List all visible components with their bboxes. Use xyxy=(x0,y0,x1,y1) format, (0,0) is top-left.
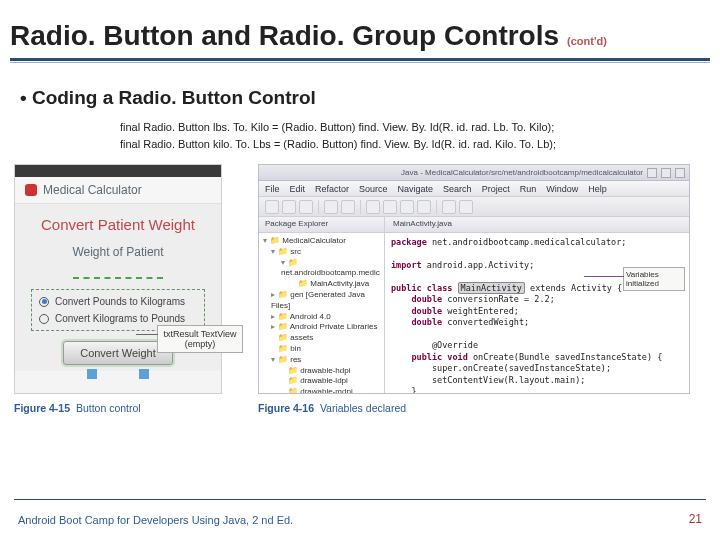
weight-input[interactable] xyxy=(73,265,163,279)
toolbar-separator xyxy=(360,200,361,214)
page-number: 21 xyxy=(689,512,702,526)
menu-edit[interactable]: Edit xyxy=(290,184,306,194)
slide-title: Radio. Button and Radio. Group Controls xyxy=(10,20,559,52)
radio-lbs-kilo[interactable]: Convert Pounds to Kilograms xyxy=(35,293,201,310)
toolbar-separator xyxy=(318,200,319,214)
tree-item[interactable]: ▾📁 res xyxy=(263,355,380,366)
menu-run[interactable]: Run xyxy=(520,184,537,194)
selection-handles xyxy=(87,369,149,379)
editor-pane: MainActivity.java package net.androidboo… xyxy=(385,217,689,393)
tree-item[interactable]: 📁 bin xyxy=(263,344,380,355)
close-button-icon[interactable] xyxy=(675,168,685,178)
toolbar-button[interactable] xyxy=(366,200,380,214)
tree-item[interactable]: 📁 assets xyxy=(263,333,380,344)
continued-label: (cont'd) xyxy=(567,35,607,47)
tree-item[interactable]: ▸📁 Android Private Libraries xyxy=(263,322,380,333)
toolbar-button[interactable] xyxy=(417,200,431,214)
ide-window: Java - MedicalCalculator/src/net/android… xyxy=(258,164,690,394)
app-icon xyxy=(25,184,37,196)
menu-refactor[interactable]: Refactor xyxy=(315,184,349,194)
menu-file[interactable]: File xyxy=(265,184,280,194)
toolbar-button[interactable] xyxy=(324,200,338,214)
toolbar-button[interactable] xyxy=(459,200,473,214)
toolbar-separator xyxy=(436,200,437,214)
min-button-icon[interactable] xyxy=(647,168,657,178)
ide-titlebar: Java - MedicalCalculator/src/net/android… xyxy=(259,165,689,181)
tree-item[interactable]: 📁 MainActivity.java xyxy=(263,279,380,290)
radio-icon xyxy=(39,297,49,307)
figure-caption-a: Figure 4-15 Button control xyxy=(14,402,246,414)
editor-tab[interactable]: MainActivity.java xyxy=(385,217,689,233)
code-block: final Radio. Button lbs. To. Kilo = (Rad… xyxy=(0,119,720,164)
toolbar-button[interactable] xyxy=(442,200,456,214)
phone-status-bar xyxy=(15,165,221,177)
editor-callout: Variables initialized xyxy=(623,267,685,291)
phone-mockup: Medical Calculator Convert Patient Weigh… xyxy=(14,164,222,394)
radio-label: Convert Pounds to Kilograms xyxy=(55,296,185,307)
menu-help[interactable]: Help xyxy=(588,184,607,194)
ide-toolbar xyxy=(259,197,689,217)
project-tree[interactable]: ▾📁 MedicalCalculator▾📁 src▾📁 net.android… xyxy=(259,233,384,393)
toolbar-button[interactable] xyxy=(265,200,279,214)
max-button-icon[interactable] xyxy=(661,168,671,178)
menu-window[interactable]: Window xyxy=(546,184,578,194)
menu-project[interactable]: Project xyxy=(482,184,510,194)
code-line-2: final Radio. Button kilo. To. Lbs = (Rad… xyxy=(120,136,720,153)
ide-title-text: Java - MedicalCalculator/src/net/android… xyxy=(401,168,643,177)
screen-heading: Convert Patient Weight xyxy=(25,216,211,233)
title-rule-thick xyxy=(10,58,710,61)
toolbar-button[interactable] xyxy=(341,200,355,214)
code-line-1: final Radio. Button lbs. To. Kilo = (Rad… xyxy=(120,119,720,136)
tree-item[interactable]: 📁 drawable-hdpi xyxy=(263,366,380,377)
tree-item[interactable]: ▾📁 MedicalCalculator xyxy=(263,236,380,247)
callout-note: txtResult TextView (empty) xyxy=(157,325,243,353)
toolbar-button[interactable] xyxy=(299,200,313,214)
tree-item[interactable]: ▾📁 net.androidbootcamp.medic xyxy=(263,258,380,280)
tree-item[interactable]: ▸📁 Android 4.0 xyxy=(263,312,380,323)
toolbar-button[interactable] xyxy=(400,200,414,214)
radio-icon xyxy=(39,314,49,324)
tree-item[interactable]: ▸📁 gen [Generated Java Files] xyxy=(263,290,380,312)
toolbar-button[interactable] xyxy=(383,200,397,214)
tree-item[interactable]: 📁 drawable-ldpi xyxy=(263,376,380,387)
footer-text: Android Boot Camp for Developers Using J… xyxy=(18,514,293,526)
package-explorer-pane: Package Explorer ▾📁 MedicalCalculator▾📁 … xyxy=(259,217,385,393)
ide-menubar: FileEditRefactorSourceNavigateSearchProj… xyxy=(259,181,689,197)
subheading: • Coding a Radio. Button Control xyxy=(0,63,720,119)
figure-caption-b: Figure 4-16 Variables declared xyxy=(258,402,406,414)
tree-item[interactable]: ▾📁 src xyxy=(263,247,380,258)
menu-source[interactable]: Source xyxy=(359,184,388,194)
toolbar-button[interactable] xyxy=(282,200,296,214)
footer-rule xyxy=(14,499,706,500)
code-editor[interactable]: package net.androidbootcamp.medicalcalcu… xyxy=(385,233,689,393)
app-title: Medical Calculator xyxy=(43,183,142,197)
menu-search[interactable]: Search xyxy=(443,184,472,194)
app-header: Medical Calculator xyxy=(15,177,221,204)
radio-label: Convert Kilograms to Pounds xyxy=(55,313,185,324)
menu-navigate[interactable]: Navigate xyxy=(398,184,434,194)
pane-tab[interactable]: Package Explorer xyxy=(259,217,384,233)
input-label: Weight of Patient xyxy=(25,245,211,259)
tree-item[interactable]: 📁 drawable-mdpi xyxy=(263,387,380,393)
